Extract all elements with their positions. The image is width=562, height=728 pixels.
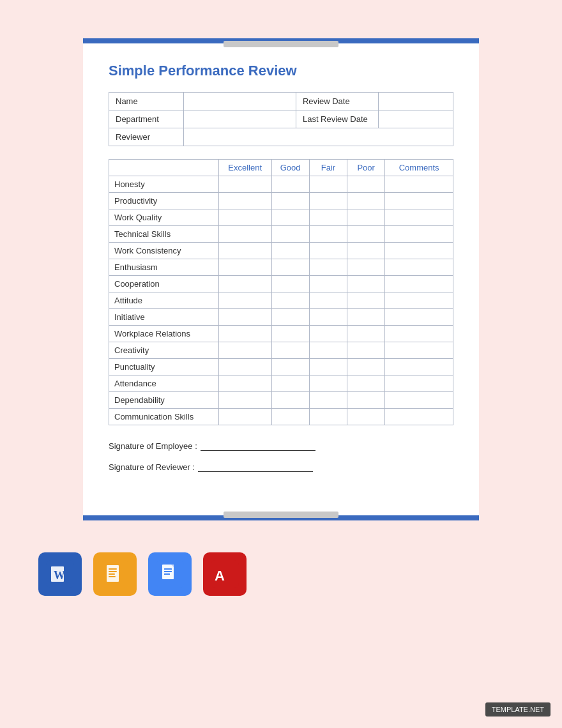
svg-rect-5 <box>109 568 117 570</box>
rating-header-row: Excellent Good Fair Poor Comments <box>109 160 453 176</box>
excellent-cell <box>218 375 271 392</box>
svg-rect-12 <box>164 568 172 570</box>
table-row: Work Quality <box>109 209 453 226</box>
svg-rect-8 <box>109 576 116 577</box>
table-row: Initiative <box>109 309 453 326</box>
table-row: Cooperation <box>109 276 453 292</box>
good-cell <box>271 309 309 326</box>
excellent-cell <box>218 276 271 292</box>
pages-svg <box>101 560 129 588</box>
rating-table: Excellent Good Fair Poor Comments Honest… <box>109 159 453 425</box>
excellent-cell <box>218 392 271 409</box>
poor-cell <box>347 176 385 193</box>
poor-cell <box>347 375 385 392</box>
employee-signature-label: Signature of Employee : <box>109 441 197 451</box>
criteria-header <box>109 160 219 176</box>
criteria-cell: Enthusiasm <box>109 259 219 276</box>
comments-cell <box>385 193 453 209</box>
fair-cell <box>309 226 347 243</box>
svg-text:A: A <box>215 568 225 584</box>
employee-signature-underline <box>201 442 315 451</box>
table-row: Name Review Date <box>109 93 453 110</box>
comments-cell <box>385 342 453 359</box>
fair-cell <box>309 259 347 276</box>
name-label: Name <box>109 93 184 110</box>
table-row: Department Last Review Date <box>109 110 453 128</box>
criteria-cell: Work Quality <box>109 209 219 226</box>
table-row: Workplace Relations <box>109 326 453 342</box>
table-row: Dependability <box>109 392 453 409</box>
good-cell <box>271 193 309 209</box>
good-cell <box>271 209 309 226</box>
excellent-cell <box>218 342 271 359</box>
criteria-cell: Initiative <box>109 309 219 326</box>
excellent-cell <box>218 226 271 243</box>
poor-cell <box>347 209 385 226</box>
svg-rect-7 <box>109 573 115 575</box>
criteria-cell: Communication Skills <box>109 409 219 425</box>
comments-cell <box>385 409 453 425</box>
good-cell <box>271 292 309 309</box>
poor-cell <box>347 259 385 276</box>
poor-cell <box>347 292 385 309</box>
excellent-cell <box>218 292 271 309</box>
gdocs-icon[interactable] <box>148 552 192 596</box>
good-cell <box>271 359 309 375</box>
scroll-indicator-top <box>224 41 338 47</box>
good-cell <box>271 176 309 193</box>
reviewer-signature-underline <box>198 463 313 472</box>
table-row: Enthusiasm <box>109 259 453 276</box>
fair-cell <box>309 209 347 226</box>
excellent-cell <box>218 209 271 226</box>
poor-cell <box>347 276 385 292</box>
fair-cell <box>309 326 347 342</box>
word-icon[interactable]: W <box>38 552 82 596</box>
table-row: Punctuality <box>109 359 453 375</box>
signatures-section: Signature of Employee : Signature of Rev… <box>109 441 453 472</box>
excellent-cell <box>218 309 271 326</box>
good-cell <box>271 243 309 259</box>
good-cell <box>271 409 309 425</box>
criteria-cell: Honesty <box>109 176 219 193</box>
good-cell <box>271 392 309 409</box>
comments-cell <box>385 292 453 309</box>
word-svg: W <box>46 560 74 588</box>
criteria-cell: Creativity <box>109 342 219 359</box>
svg-rect-14 <box>164 573 170 575</box>
pages-icon[interactable] <box>93 552 137 596</box>
comments-cell <box>385 276 453 292</box>
page-wrapper: Simple Performance Review Name Review Da… <box>0 0 562 609</box>
document-container: Simple Performance Review Name Review Da… <box>83 38 479 520</box>
excellent-cell <box>218 176 271 193</box>
table-row: Reviewer <box>109 128 453 146</box>
good-cell <box>271 259 309 276</box>
poor-cell <box>347 409 385 425</box>
reviewer-signature-label: Signature of Reviewer : <box>109 462 195 472</box>
excellent-header: Excellent <box>218 160 271 176</box>
comments-cell <box>385 392 453 409</box>
good-cell <box>271 375 309 392</box>
comments-header: Comments <box>385 160 453 176</box>
last-review-date-label: Last Review Date <box>296 110 378 128</box>
fair-header: Fair <box>309 160 347 176</box>
excellent-cell <box>218 409 271 425</box>
svg-rect-6 <box>109 571 117 572</box>
department-value <box>184 110 296 128</box>
department-label: Department <box>109 110 184 128</box>
comments-cell <box>385 243 453 259</box>
acrobat-icon[interactable]: A <box>203 552 247 596</box>
fair-cell <box>309 243 347 259</box>
fair-cell <box>309 292 347 309</box>
app-icons-row: W <box>38 552 247 596</box>
table-row: Creativity <box>109 342 453 359</box>
template-badge: TEMPLATE.NET <box>485 702 551 717</box>
poor-cell <box>347 226 385 243</box>
table-row: Productivity <box>109 193 453 209</box>
poor-cell <box>347 243 385 259</box>
reviewer-signature-line: Signature of Reviewer : <box>109 462 453 472</box>
svg-text:W: W <box>54 569 65 582</box>
fair-cell <box>309 375 347 392</box>
info-table: Name Review Date Department Last Review … <box>109 92 453 146</box>
comments-cell <box>385 375 453 392</box>
criteria-cell: Attitude <box>109 292 219 309</box>
